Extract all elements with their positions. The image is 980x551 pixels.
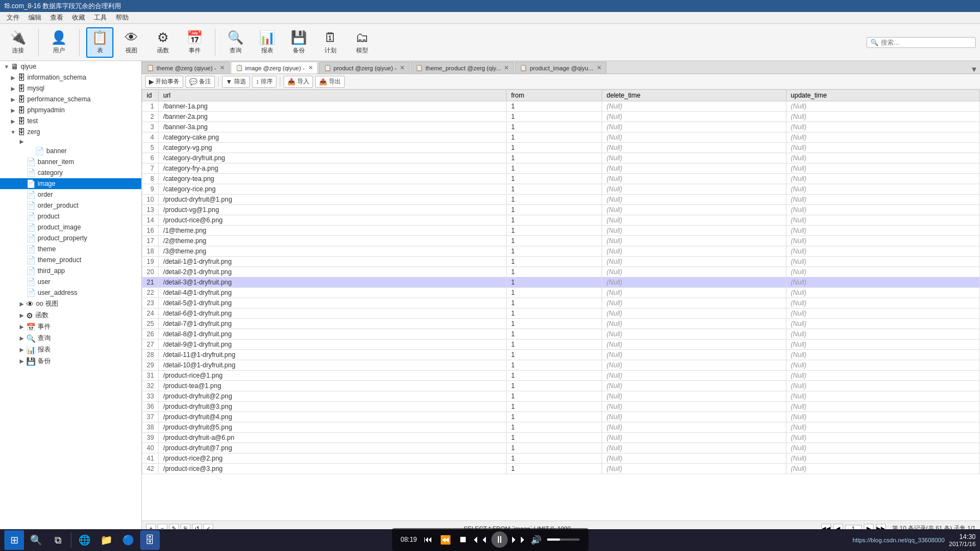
sidebar-item-order-product[interactable]: 📄 order_product xyxy=(0,200,141,211)
table-row[interactable]: 27/detail-9@1-dryfruit.png1(Null)(Null) xyxy=(142,340,980,350)
table-row[interactable]: 33/product-dryfruit@2.png1(Null)(Null) xyxy=(142,391,980,402)
table-row[interactable]: 22/detail-4@1-dryfruit.png1(Null)(Null) xyxy=(142,288,980,298)
table-row[interactable]: 19/detail-1@1-dryfruit.png1(Null)(Null) xyxy=(142,257,980,267)
taskbar-task-view[interactable]: ⧉ xyxy=(48,530,68,550)
table-row[interactable]: 14/product-rice@6.png1(Null)(Null) xyxy=(142,215,980,226)
vc-play-pause-btn[interactable]: ⏸ xyxy=(491,531,508,548)
table-row[interactable]: 32/product-tea@1.png1(Null)(Null) xyxy=(142,381,980,391)
tab-product-close[interactable]: ✕ xyxy=(400,64,405,71)
tab-theme[interactable]: 📋 theme @zerg (qiyue) - ✕ xyxy=(142,62,230,74)
sidebar-item-product[interactable]: 📄 product xyxy=(0,211,141,222)
table-row[interactable]: 29/detail-10@1-dryfruit.png1(Null)(Null) xyxy=(142,360,980,371)
btn-import[interactable]: 📥 导入 xyxy=(284,76,313,88)
btn-start-transaction[interactable]: ▶ 开始事务 xyxy=(145,76,183,88)
table-row[interactable]: 1/banner-1a.png1(Null)(Null) xyxy=(142,101,980,112)
table-row[interactable]: 9/category-rice.png1(Null)(Null) xyxy=(142,184,980,195)
table-row[interactable]: 16/1@theme.png1(Null)(Null) xyxy=(142,226,980,236)
table-row[interactable]: 40/product-dryfruit@7.png1(Null)(Null) xyxy=(142,443,980,453)
vc-prev-btn[interactable]: ⏮ xyxy=(422,533,435,546)
table-row[interactable]: 5/category-vg.png1(Null)(Null) xyxy=(142,143,980,153)
table-row[interactable]: 38/product-dryfruit@5.png1(Null)(Null) xyxy=(142,422,980,433)
vc-back-btn[interactable]: ⏴⏴ xyxy=(474,533,487,546)
sidebar-item-category[interactable]: 📄 category xyxy=(0,167,141,178)
vc-stop-btn[interactable]: ⏹ xyxy=(456,533,470,546)
menu-tools[interactable]: 工具 xyxy=(89,12,111,23)
toolbar-user[interactable]: 👤 用户 xyxy=(45,27,73,58)
taskbar-start[interactable]: ⊞ xyxy=(4,530,24,550)
tab-theme-close[interactable]: ✕ xyxy=(220,64,225,71)
taskbar-chrome[interactable]: 🔵 xyxy=(118,530,138,550)
table-row[interactable]: 7/category-fry-a.png1(Null)(Null) xyxy=(142,164,980,174)
toolbar-backup[interactable]: 💾 备份 xyxy=(285,27,312,58)
taskbar-ie[interactable]: 🌐 xyxy=(75,530,94,550)
sidebar-item-theme[interactable]: 📄 theme xyxy=(0,244,141,255)
table-row[interactable]: 13/product-vg@1.png1(Null)(Null) xyxy=(142,205,980,215)
table-row[interactable]: 3/banner-3a.png1(Null)(Null) xyxy=(142,122,980,132)
btn-export[interactable]: 📤 导出 xyxy=(315,76,345,88)
vc-volume-btn[interactable]: 🔊 xyxy=(530,533,543,546)
tabs-menu-icon[interactable]: ▼ xyxy=(970,65,978,74)
table-row[interactable]: 42/product-rice@3.png1(Null)(Null) xyxy=(142,464,980,474)
taskbar-navicat[interactable]: 🗄 xyxy=(140,530,160,550)
table-row[interactable]: 18/3@theme.png1(Null)(Null) xyxy=(142,246,980,257)
table-row[interactable]: 41/product-rice@2.png1(Null)(Null) xyxy=(142,453,980,464)
sidebar-item-user-address[interactable]: 📄 user_address xyxy=(0,287,141,298)
data-table-wrapper[interactable]: id url from delete_time update_time 1/ba… xyxy=(142,89,980,520)
col-header-id[interactable]: id xyxy=(142,90,159,101)
sidebar-item-views[interactable]: ▶ 👁 oo 视图 xyxy=(0,298,141,310)
sidebar-item-reports[interactable]: ▶ 📊 报表 xyxy=(0,344,141,355)
table-row[interactable]: 17/2@theme.png1(Null)(Null) xyxy=(142,236,980,246)
volume-bar[interactable] xyxy=(547,538,580,541)
tab-product-image[interactable]: 📋 product_image @qiyu... ✕ xyxy=(515,62,606,74)
table-row[interactable]: 6/category-dryfruit.png1(Null)(Null) xyxy=(142,153,980,164)
table-row[interactable]: 39/product-dryfruit-a@6.pn1(Null)(Null) xyxy=(142,433,980,443)
vc-forward-btn[interactable]: ⏵⏵ xyxy=(512,533,525,546)
toolbar-function[interactable]: ⚙ 函数 xyxy=(149,27,177,58)
sidebar-item-queries[interactable]: ▶ 🔍 查询 xyxy=(0,332,141,344)
sidebar-item-events[interactable]: ▶ 📅 事件 xyxy=(0,321,141,332)
col-header-update-time[interactable]: update_time xyxy=(786,90,980,101)
table-row[interactable]: 2/banner-2a.png1(Null)(Null) xyxy=(142,112,980,122)
table-row[interactable]: 24/detail-6@1-dryfruit.png1(Null)(Null) xyxy=(142,308,980,319)
menu-favorites[interactable]: 收藏 xyxy=(68,12,89,23)
taskbar-folder[interactable]: 📁 xyxy=(97,530,116,550)
sidebar-item-information-schema[interactable]: ▶ 🗄 information_schema xyxy=(0,72,141,83)
table-row[interactable]: 25/detail-7@1-dryfruit.png1(Null)(Null) xyxy=(142,319,980,329)
table-row[interactable]: 31/product-rice@1.png1(Null)(Null) xyxy=(142,371,980,381)
tab-image[interactable]: 📋 image @zerg (qiyue) - ✕ xyxy=(231,62,318,74)
sidebar-root-qiyue[interactable]: ▼ 🖥 qiyue xyxy=(0,61,141,72)
toolbar-report[interactable]: 📊 报表 xyxy=(254,27,281,58)
sidebar-item-backups[interactable]: ▶ 💾 备份 xyxy=(0,355,141,367)
sidebar-item-user[interactable]: 📄 user xyxy=(0,276,141,287)
toolbar-schedule[interactable]: 🗓 计划 xyxy=(317,27,344,58)
sidebar-item-order[interactable]: 📄 order xyxy=(0,189,141,200)
sidebar-item-performance-schema[interactable]: ▶ 🗄 performance_schema xyxy=(0,94,141,105)
sidebar-item-functions[interactable]: ▶ ⚙ 函数 xyxy=(0,310,141,321)
sidebar-item-product-image[interactable]: 📄 product_image xyxy=(0,222,141,233)
btn-sort[interactable]: ↕ 排序 xyxy=(252,76,276,88)
search-input[interactable] xyxy=(881,39,968,46)
sidebar-item-phpmyadmin[interactable]: ▶ 🗄 phpmyadmin xyxy=(0,105,141,116)
table-row[interactable]: 28/detail-11@1-dryfruit.png1(Null)(Null) xyxy=(142,350,980,360)
btn-comment[interactable]: 💬 备注 xyxy=(185,76,215,88)
table-row[interactable]: 36/product-dryfruit@3.png1(Null)(Null) xyxy=(142,402,980,412)
table-row[interactable]: 37/product-dryfruit@4.png1(Null)(Null) xyxy=(142,412,980,422)
table-row[interactable]: 21/detail-3@1-dryfruit.png1(Null)(Null) xyxy=(142,277,980,288)
menu-view[interactable]: 查看 xyxy=(46,12,68,23)
vc-rewind-btn[interactable]: ⏪ xyxy=(439,533,452,546)
menu-help[interactable]: 帮助 xyxy=(111,12,133,23)
sidebar-item-image[interactable]: 📄 image xyxy=(0,178,141,189)
menu-edit[interactable]: 编辑 xyxy=(24,12,46,23)
col-header-from[interactable]: from xyxy=(507,90,602,101)
toolbar-connect[interactable]: 🔌 连接 xyxy=(4,27,32,58)
table-row[interactable]: 26/detail-8@1-dryfruit.png1(Null)(Null) xyxy=(142,329,980,340)
toolbar-event[interactable]: 📅 事件 xyxy=(181,27,208,58)
menu-file[interactable]: 文件 xyxy=(2,12,24,23)
taskbar-search[interactable]: 🔍 xyxy=(26,530,46,550)
toolbar-query[interactable]: 🔍 查询 xyxy=(222,27,249,58)
sidebar-item-third-app[interactable]: 📄 third_app xyxy=(0,265,141,276)
toolbar-model[interactable]: 🗂 模型 xyxy=(348,27,376,58)
tab-theme-product[interactable]: 📋 theme_product @zerg (qiy... ✕ xyxy=(411,62,514,74)
table-row[interactable]: 8/category-tea.png1(Null)(Null) xyxy=(142,174,980,184)
table-row[interactable]: 4/category-cake.png1(Null)(Null) xyxy=(142,132,980,143)
